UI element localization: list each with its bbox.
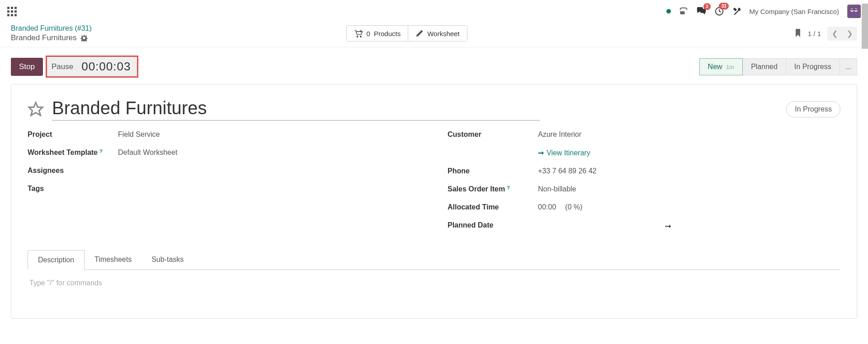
stage-in-progress[interactable]: In Progress — [786, 58, 840, 75]
stop-button[interactable]: Stop — [11, 58, 43, 76]
breadcrumb: Branded Furnitures (#31) Branded Furnitu… — [11, 24, 183, 42]
label-phone: Phone — [448, 167, 538, 175]
activities-icon[interactable]: 33 — [714, 6, 724, 16]
control-row: Stop Pause 00:00:03 New 1m Planned In Pr… — [0, 47, 868, 81]
breadcrumb-title: Branded Furnitures — [11, 33, 77, 42]
label-customer: Customer — [448, 130, 538, 139]
tools-icon[interactable] — [732, 7, 741, 16]
title-input[interactable] — [52, 98, 540, 121]
svg-point-0 — [680, 12, 681, 13]
svg-point-11 — [851, 9, 853, 11]
cart-icon — [354, 29, 363, 37]
stage-more[interactable]: ... — [840, 58, 857, 75]
pause-timer-box: Pause 00:00:03 — [46, 56, 138, 78]
label-assignees: Assignees — [28, 167, 118, 175]
worksheet-button[interactable]: Worksheet — [408, 26, 467, 41]
call-icon[interactable] — [679, 7, 688, 16]
arrow-right-icon: ➞ — [665, 222, 671, 231]
value-project[interactable]: Field Service — [118, 130, 160, 139]
value-sales-order-item[interactable]: Non-billable — [538, 185, 576, 193]
title-row: In Progress — [28, 98, 840, 121]
stage-new-age: 1m — [726, 64, 734, 70]
products-count: 0 — [367, 30, 370, 37]
label-allocated-time: Allocated Time — [448, 203, 538, 211]
stage-bar: New 1m Planned In Progress ... — [700, 58, 857, 75]
svg-point-12 — [855, 9, 857, 11]
pager-nav: ❮ ❯ — [827, 27, 857, 41]
view-itinerary-link[interactable]: ➞View Itinerary — [538, 149, 590, 157]
label-tags: Tags — [28, 185, 118, 193]
label-project: Project — [28, 130, 118, 139]
products-label: Products — [374, 30, 401, 37]
avatar[interactable] — [847, 5, 861, 18]
status-chip[interactable]: In Progress — [786, 101, 840, 117]
help-icon[interactable]: ? — [99, 149, 103, 157]
value-planned-date[interactable]: ➞ — [538, 221, 671, 231]
right-column: Customer Azure Interior ➞View Itinerary … — [448, 130, 840, 241]
presence-dot — [666, 9, 671, 14]
breadcrumb-parent-link[interactable]: Branded Furnitures (#31) — [11, 24, 183, 33]
value-phone[interactable]: +33 7 64 89 26 42 — [538, 167, 596, 175]
svg-point-5 — [684, 13, 684, 14]
help-icon[interactable]: ? — [507, 185, 510, 193]
stage-new[interactable]: New 1m — [699, 58, 743, 75]
svg-point-3 — [680, 13, 681, 14]
row2-right: 1 / 1 ❮ ❯ — [794, 27, 857, 41]
form-card: In Progress Project Field Service Worksh… — [11, 84, 857, 319]
label-planned-date: Planned Date — [448, 221, 538, 229]
activities-badge: 33 — [719, 3, 728, 9]
left-column: Project Field Service Worksheet Template… — [28, 130, 420, 241]
svg-point-2 — [684, 12, 684, 13]
tabs: Description Timesheets Sub-tasks — [28, 250, 840, 270]
pager: 1 / 1 — [808, 30, 821, 37]
pager-current: 1 — [808, 30, 811, 37]
field-grid: Project Field Service Worksheet Template… — [28, 130, 840, 241]
topbar-right: 3 33 My Company (San Francisco) — [666, 5, 861, 18]
pause-button[interactable]: Pause — [52, 62, 73, 71]
products-button[interactable]: 0 Products — [347, 26, 408, 41]
tab-timesheets[interactable]: Timesheets — [85, 250, 142, 270]
header-row: Branded Furnitures (#31) Branded Furnitu… — [0, 23, 868, 47]
tab-subtasks[interactable]: Sub-tasks — [142, 250, 193, 270]
action-button-group: 0 Products Worksheet — [346, 25, 467, 42]
apps-icon[interactable] — [7, 7, 17, 16]
tab-description[interactable]: Description — [28, 250, 85, 270]
stage-planned[interactable]: Planned — [742, 58, 786, 75]
topbar: 3 33 My Company (San Francisco) — [0, 0, 868, 23]
label-sales-order-item: Sales Order Item? — [448, 185, 538, 193]
pager-next[interactable]: ❯ — [842, 27, 857, 41]
messages-badge: 3 — [703, 3, 711, 10]
svg-point-4 — [682, 13, 683, 14]
timer-value: 00:00:03 — [81, 60, 131, 74]
gear-icon[interactable] — [80, 34, 88, 42]
stage-new-label: New — [708, 63, 722, 70]
svg-rect-7 — [848, 5, 860, 18]
pager-total: 1 — [817, 30, 821, 37]
svg-point-1 — [682, 12, 683, 13]
scrollbar[interactable] — [862, 4, 868, 49]
value-allocated-time[interactable]: 00:00(0 %) — [538, 203, 582, 211]
label-worksheet-template: Worksheet Template? — [28, 149, 118, 157]
arrow-right-icon: ➞ — [538, 149, 544, 157]
worksheet-label: Worksheet — [427, 30, 459, 37]
pager-prev[interactable]: ❮ — [827, 27, 842, 41]
company-selector[interactable]: My Company (San Francisco) — [750, 8, 839, 15]
description-editor[interactable]: Type "/" for commands — [28, 270, 840, 296]
value-worksheet-template[interactable]: Default Worksheet — [118, 149, 177, 157]
pencil-icon — [415, 29, 424, 37]
star-icon[interactable] — [28, 101, 44, 117]
value-customer[interactable]: Azure Interior — [538, 130, 581, 139]
messages-icon[interactable]: 3 — [696, 7, 706, 16]
bookmark-icon[interactable] — [794, 29, 802, 38]
